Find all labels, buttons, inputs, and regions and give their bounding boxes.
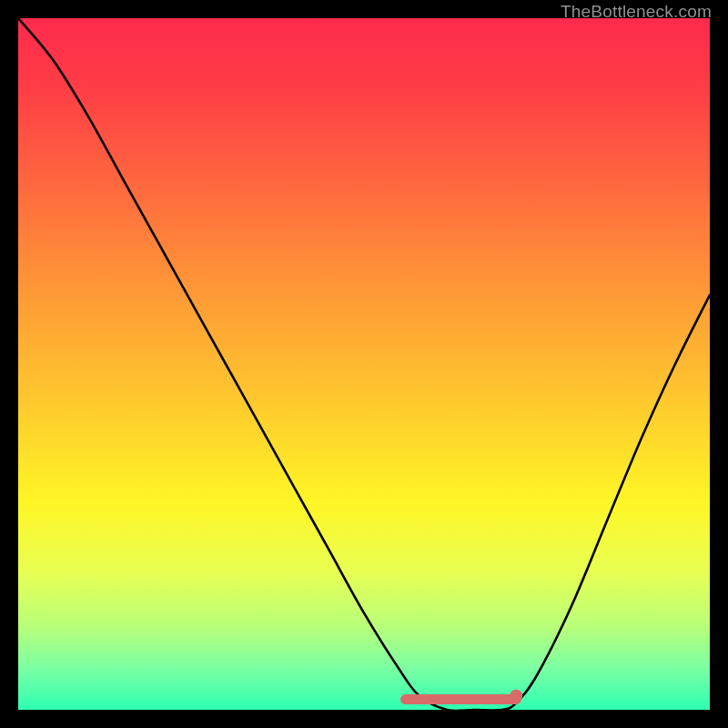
- chart-frame: TheBottleneck.com: [0, 0, 728, 728]
- svg-point-0: [510, 690, 522, 703]
- plot-area: [18, 18, 710, 710]
- attribution-text: TheBottleneck.com: [561, 2, 712, 22]
- highlight-dot: [510, 690, 522, 703]
- bottleneck-curve-path: [18, 18, 710, 710]
- curve-svg: [18, 18, 710, 710]
